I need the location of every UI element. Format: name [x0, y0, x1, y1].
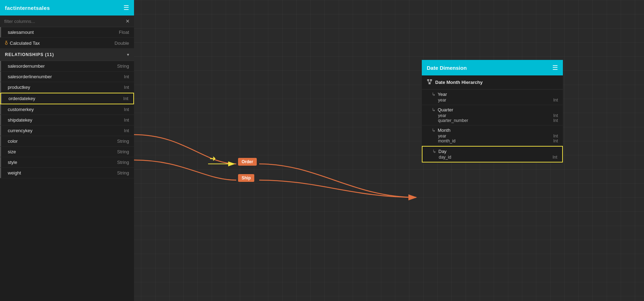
column-row-salesorderlinenumber[interactable]: salesorderlinenumber Int: [0, 72, 134, 82]
column-name-salesamount: salesamount: [5, 30, 116, 35]
left-panel-header: factinternetsales ☰: [0, 0, 134, 16]
hier-sub-type-quarter-year: Int: [553, 113, 558, 118]
hier-sub-type-year-year: Int: [553, 98, 558, 103]
relationships-section-header[interactable]: RELATIONSHIPS (11) ▾: [0, 49, 134, 61]
column-row-orderdatekey[interactable]: orderdatekey Int: [0, 93, 134, 104]
hier-sub-name-month-id: month_id: [438, 139, 455, 143]
column-name-size: size: [5, 149, 114, 154]
hier-sub-name-year-year: year: [438, 98, 446, 103]
left-bar: [0, 104, 1, 115]
hierarchy-item-month[interactable]: ↳ Month year Int month_id Int: [422, 125, 563, 146]
hier-name-month: Month: [438, 128, 450, 133]
column-row-color[interactable]: color String: [0, 136, 134, 147]
left-bar: [0, 157, 1, 167]
column-name-orderdatekey: orderdatekey: [6, 96, 121, 101]
ship-connection-label: Ship: [238, 174, 254, 182]
ship-label-text: Ship: [242, 176, 251, 180]
left-bar: [0, 72, 1, 82]
column-type-orderdatekey: Int: [123, 96, 128, 101]
column-type-calculated-tax: Double: [115, 41, 129, 46]
right-panel: Date Dimension ☰ Date Month Hierarchy ↳ …: [422, 60, 563, 162]
hierarchy-item-day[interactable]: ↳ Day day_id Int: [422, 146, 563, 162]
column-type-salesamount: Float: [119, 30, 129, 35]
hier-sub-name-day-id: day_id: [439, 155, 451, 160]
hierarchy-title: Date Month Hierarchy: [435, 80, 482, 85]
column-name-salesordernumber: salesordernumber: [5, 63, 114, 69]
left-bar: [0, 136, 1, 146]
column-row-productkey[interactable]: productkey Int: [0, 82, 134, 93]
svg-rect-4: [430, 79, 432, 81]
hierarchy-header: Date Month Hierarchy: [422, 75, 563, 90]
column-row-customerkey[interactable]: customerkey Int: [0, 104, 134, 115]
left-panel-title: factinternetsales: [5, 5, 50, 11]
filter-clear-button[interactable]: ✕: [126, 18, 130, 24]
hier-sub-name-quarter-number: quarter_number: [438, 118, 468, 123]
right-panel-title: Date Dimension: [427, 65, 467, 71]
left-bar: [0, 82, 1, 92]
hier-name-day: Day: [438, 149, 446, 154]
indent-arrow-day: ↳: [432, 149, 436, 154]
column-type-productkey: Int: [124, 85, 129, 90]
column-row-shipdatekey[interactable]: shipdatekey Int: [0, 115, 134, 125]
hierarchy-item-quarter[interactable]: ↳ Quarter year Int quarter_number Int: [422, 105, 563, 125]
hier-sub-type-day-id: Int: [553, 155, 557, 160]
hier-sub-type-month-year: Int: [553, 134, 558, 139]
delta-icon: δ: [5, 40, 8, 46]
indent-arrow-month: ↳: [432, 128, 436, 133]
column-type-salesorderlinenumber: Int: [124, 74, 129, 79]
hierarchy-icon: [427, 79, 432, 86]
column-name-customerkey: customerkey: [5, 107, 121, 112]
column-name-color: color: [5, 139, 114, 144]
column-name-shipdatekey: shipdatekey: [5, 117, 121, 123]
left-panel-menu-icon[interactable]: ☰: [123, 4, 129, 12]
column-row-salesordernumber[interactable]: salesordernumber String: [0, 61, 134, 72]
relationships-arrow: ▾: [127, 52, 129, 57]
order-connection-label: Order: [238, 158, 257, 166]
hier-sub-name-month-year: year: [438, 134, 446, 139]
column-name-currencykey: currencykey: [5, 128, 121, 133]
column-name-productkey: productkey: [5, 85, 121, 90]
column-type-customerkey: Int: [124, 107, 129, 112]
hier-sub-name-quarter-year: year: [438, 113, 446, 118]
left-bar: [0, 147, 1, 157]
left-bar: [1, 93, 2, 104]
column-name-style: style: [5, 160, 114, 165]
column-type-color: String: [117, 139, 129, 144]
svg-rect-3: [427, 79, 429, 81]
column-type-weight: String: [117, 170, 129, 176]
filter-row: ✕: [0, 16, 134, 27]
hier-sub-type-month-id: Int: [553, 139, 558, 143]
column-name-salesorderlinenumber: salesorderlinenumber: [5, 74, 121, 79]
right-panel-header: Date Dimension ☰: [422, 60, 563, 75]
hierarchy-item-year[interactable]: ↳ Year year Int: [422, 90, 563, 105]
column-row-weight[interactable]: weight String: [0, 168, 134, 178]
hier-sub-type-quarter-number: Int: [553, 118, 558, 123]
column-name-weight: weight: [5, 170, 114, 176]
left-bar: [0, 125, 1, 136]
relationships-title: RELATIONSHIPS (11): [5, 52, 127, 57]
right-panel-menu-icon[interactable]: ☰: [552, 64, 558, 72]
column-row-salesamount[interactable]: salesamount Float: [0, 27, 134, 38]
column-name-calculated-tax: Calculated Tax: [10, 41, 112, 46]
left-bar: [0, 27, 1, 37]
left-bar: [0, 61, 1, 71]
indent-arrow-quarter: ↳: [432, 107, 436, 112]
hier-name-year: Year: [438, 92, 447, 97]
svg-rect-5: [429, 83, 431, 84]
column-row-size[interactable]: size String: [0, 147, 134, 157]
left-bar: [0, 168, 1, 178]
column-type-shipdatekey: Int: [124, 117, 129, 123]
column-type-style: String: [117, 160, 129, 165]
hier-name-quarter: Quarter: [438, 107, 453, 112]
indent-arrow-year: ↳: [432, 92, 436, 97]
left-bar: [0, 115, 1, 125]
left-panel: factinternetsales ☰ ✕ salesamount Float …: [0, 0, 134, 301]
column-row-currencykey[interactable]: currencykey Int: [0, 125, 134, 136]
column-type-salesordernumber: String: [117, 63, 129, 69]
column-row-calculated-tax[interactable]: δ Calculated Tax Double: [0, 38, 134, 49]
column-row-style[interactable]: style String: [0, 157, 134, 168]
column-type-currencykey: Int: [124, 128, 129, 133]
yellow-arrow: ➜: [209, 154, 216, 163]
column-type-size: String: [117, 149, 129, 154]
filter-input[interactable]: [4, 19, 126, 24]
